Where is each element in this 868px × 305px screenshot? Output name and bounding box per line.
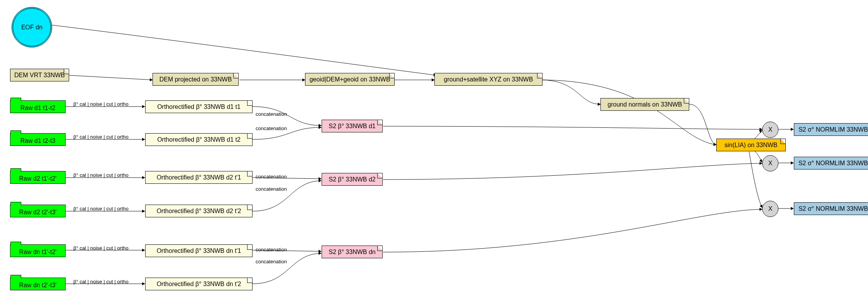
node-label: S2 σ° NORMLIM 33NWB d2	[798, 160, 868, 167]
node-raw-dn-t1: Raw dn t1'-t2'	[10, 244, 66, 257]
node-label: Orthorectified β° 33NWB dn t'1	[157, 247, 241, 254]
node-label: Raw dn t1'-t2'	[19, 249, 57, 256]
edges-layer	[0, 0, 868, 305]
node-label: Raw d1 t2-t3	[20, 137, 56, 144]
node-geoid: geoid|DEM+geoid on 33NWB	[305, 73, 395, 86]
node-label: Orthorectified β° 33NWB d2 t'2	[157, 208, 241, 215]
node-s2-d2: S2 β° 33NWB d2	[322, 173, 383, 186]
node-label: X	[768, 126, 773, 133]
edge-label-cal: β° cal | noise | cut | ortho	[73, 206, 129, 212]
node-label: S2 β° 33NWB dn	[329, 249, 375, 256]
node-label: Raw d1 t1-t2	[20, 105, 56, 112]
node-eof-dn: EOF dn	[12, 7, 52, 47]
node-ortho-d2-t2: Orthorectified β° 33NWB d2 t'2	[145, 205, 253, 217]
edge-label-cal: β° cal | noise | cut | ortho	[73, 279, 129, 285]
node-raw-d1-t2: Raw d1 t2-t3	[10, 133, 66, 146]
node-s2-d1: S2 β° 33NWB d1	[322, 120, 383, 132]
node-label: EOF dn	[21, 24, 42, 31]
node-label: Orthorectified β° 33NWB d1 t1	[157, 103, 241, 110]
edge-label-concat: concatenation	[256, 186, 287, 192]
node-label: S2 σ° NORMLIM 33NWB dn	[798, 205, 868, 212]
node-multiply-x1: X	[762, 122, 778, 138]
node-out-dn: S2 σ° NORMLIM 33NWB dn	[794, 202, 868, 215]
edge-label-cal: β° cal | noise | cut | ortho	[73, 134, 129, 140]
node-ground-normals: ground normals on 33NWB	[600, 98, 689, 111]
node-label: Raw d2 t1'-t2'	[19, 175, 57, 182]
node-s2-dn: S2 β° 33NWB dn	[322, 246, 383, 258]
node-raw-d1-t1: Raw d1 t1-t2	[10, 100, 66, 113]
node-ortho-d1-t2: Orthorectified β° 33NWB d1 t2	[145, 133, 253, 146]
node-label: S2 σ° NORMLIM 33NWB d1	[798, 126, 868, 133]
edge-label-cal: β° cal | noise | cut | ortho	[73, 101, 129, 107]
node-label: X	[768, 205, 773, 212]
edge-label-concat: concatenation	[256, 111, 287, 117]
node-out-d2: S2 σ° NORMLIM 33NWB d2	[794, 157, 868, 169]
node-label: S2 β° 33NWB d1	[329, 123, 375, 130]
node-label: geoid|DEM+geoid on 33NWB	[309, 76, 390, 83]
node-label: Raw d2 t2'-t3'	[19, 209, 57, 216]
edge-label-concat: concatenation	[256, 247, 287, 252]
node-ortho-dn-t1: Orthorectified β° 33NWB dn t'1	[145, 244, 253, 257]
node-ortho-d2-t1: Orthorectified β° 33NWB d2 t'1	[145, 171, 253, 184]
node-sin-lia: sin(LIA) on 33NWB	[716, 139, 786, 151]
edge-label-cal: β° cal | noise | cut | ortho	[73, 245, 129, 251]
node-dem-projected: DEM projected on 33NWB	[153, 73, 239, 86]
edge-label-concat: concatenation	[256, 174, 287, 180]
node-label: Raw dn t2'-t3'	[19, 282, 57, 289]
node-label: Orthorectified β° 33NWB d1 t2	[157, 136, 241, 143]
node-dem-vrt: DEM VRT 33NWB	[10, 69, 69, 81]
node-label: sin(LIA) on 33NWB	[725, 142, 778, 149]
node-label: Orthorectified β° 33NWB dn t'2	[157, 281, 241, 288]
edge-label-concat: concatenation	[256, 125, 287, 131]
node-label: ground+satellite XYZ on 33NWB	[444, 76, 533, 83]
node-ortho-dn-t2: Orthorectified β° 33NWB dn t'2	[145, 278, 253, 290]
node-label: DEM projected on 33NWB	[159, 76, 232, 83]
node-raw-d2-t2: Raw d2 t2'-t3'	[10, 205, 66, 217]
node-label: DEM VRT 33NWB	[14, 72, 65, 79]
node-label: Orthorectified β° 33NWB d2 t'1	[157, 174, 241, 181]
node-label: ground normals on 33NWB	[608, 101, 682, 108]
node-ground-satellite: ground+satellite XYZ on 33NWB	[434, 73, 542, 86]
node-label: S2 β° 33NWB d2	[329, 176, 375, 183]
node-label: X	[768, 160, 773, 167]
node-ortho-d1-t1: Orthorectified β° 33NWB d1 t1	[145, 100, 253, 113]
edge-label-cal: β° cal | noise | cut | ortho	[73, 172, 129, 178]
node-raw-dn-t2: Raw dn t2'-t3'	[10, 278, 66, 290]
edge-label-concat: concatenation	[256, 259, 287, 264]
node-multiply-x3: X	[762, 201, 778, 217]
node-multiply-x2: X	[762, 155, 778, 171]
node-raw-d2-t1: Raw d2 t1'-t2'	[10, 171, 66, 184]
node-out-d1: S2 σ° NORMLIM 33NWB d1	[794, 123, 868, 136]
